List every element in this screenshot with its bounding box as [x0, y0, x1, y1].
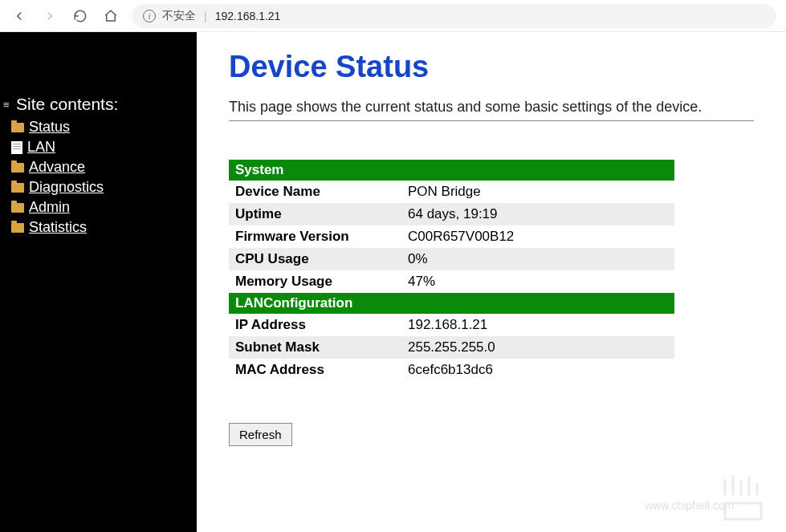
row-value: 47%: [401, 270, 674, 293]
sidebar-item-label: LAN: [27, 139, 55, 156]
main-content: Device Status This page shows the curren…: [197, 32, 786, 532]
sidebar-item-label: Diagnostics: [29, 179, 104, 196]
folder-icon: [11, 123, 24, 132]
back-button[interactable]: [10, 6, 29, 26]
table-row: Firmware VersionC00R657V00B12: [229, 225, 674, 248]
page-body: ≡ Site contents: StatusLANAdvanceDiagnos…: [0, 32, 786, 532]
row-label: CPU Usage: [229, 248, 401, 270]
row-label: Firmware Version: [229, 225, 401, 248]
section-header-label: LANConfiguration: [229, 293, 674, 314]
reload-button[interactable]: [71, 6, 90, 26]
row-label: MAC Address: [229, 359, 401, 381]
row-value: 0%: [401, 248, 674, 270]
document-icon: [11, 141, 22, 154]
separator: |: [204, 10, 207, 22]
sidebar-item-label: Admin: [29, 199, 70, 216]
row-label: Memory Usage: [229, 270, 401, 293]
sidebar-item-status[interactable]: Status: [3, 117, 197, 137]
sidebar-item-diagnostics[interactable]: Diagnostics: [3, 177, 197, 197]
row-label: Subnet Mask: [229, 336, 401, 359]
sidebar-item-admin[interactable]: Admin: [3, 197, 197, 217]
folder-icon: [11, 223, 24, 233]
folder-icon: [11, 163, 24, 173]
sidebar-title-label: Site contents:: [16, 95, 118, 114]
table-row: Memory Usage47%: [229, 270, 674, 293]
security-label: 不安全: [162, 9, 196, 23]
page-title: Device Status: [229, 50, 754, 84]
section-header: LANConfiguration: [229, 293, 674, 314]
row-value: 255.255.255.0: [401, 336, 674, 359]
sidebar-item-label: Advance: [29, 159, 85, 176]
row-value: 192.168.1.21: [401, 314, 674, 336]
table-row: Uptime64 days, 19:19: [229, 203, 674, 225]
refresh-button[interactable]: Refresh: [229, 423, 292, 446]
table-row: Device NamePON Bridge: [229, 181, 674, 203]
row-value: PON Bridge: [401, 181, 674, 203]
row-value: C00R657V00B12: [401, 225, 674, 248]
sidebar-item-label: Status: [29, 119, 70, 136]
info-icon: i: [143, 10, 156, 22]
row-label: IP Address: [229, 314, 401, 336]
section-header-label: System: [229, 160, 674, 181]
divider: [229, 120, 754, 121]
table-row: IP Address192.168.1.21: [229, 314, 674, 336]
browser-toolbar: i 不安全 | 192.168.1.21: [0, 0, 786, 32]
sidebar-title: ≡ Site contents:: [3, 93, 197, 117]
status-table: SystemDevice NamePON BridgeUptime64 days…: [229, 160, 674, 381]
sidebar: ≡ Site contents: StatusLANAdvanceDiagnos…: [0, 32, 197, 532]
section-header: System: [229, 160, 674, 181]
row-value: 6cefc6b13dc6: [401, 359, 674, 381]
address-bar[interactable]: i 不安全 | 192.168.1.21: [132, 4, 776, 28]
url-text: 192.168.1.21: [215, 10, 281, 22]
sidebar-item-lan[interactable]: LAN: [3, 137, 197, 157]
table-row: MAC Address6cefc6b13dc6: [229, 359, 674, 381]
sidebar-item-label: Statistics: [29, 219, 87, 236]
home-button[interactable]: [101, 6, 120, 26]
forward-button[interactable]: [40, 6, 59, 26]
table-row: Subnet Mask255.255.255.0: [229, 336, 674, 359]
folder-icon: [11, 183, 24, 193]
row-label: Uptime: [229, 203, 401, 225]
list-icon: ≡: [3, 99, 13, 111]
sidebar-item-advance[interactable]: Advance: [3, 157, 197, 177]
row-value: 64 days, 19:19: [401, 203, 674, 225]
folder-icon: [11, 203, 24, 213]
table-row: CPU Usage0%: [229, 248, 674, 270]
page-description: This page shows the current status and s…: [229, 99, 754, 116]
sidebar-item-statistics[interactable]: Statistics: [3, 217, 197, 238]
row-label: Device Name: [229, 181, 401, 203]
